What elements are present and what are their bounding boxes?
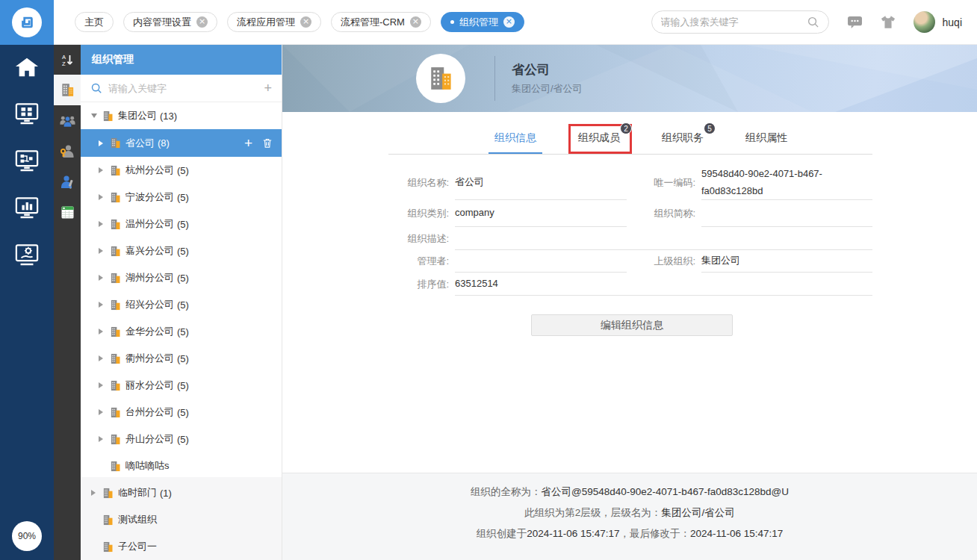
footer-value: 省公司@59548d40-90e2-4071-b467-fa0d83c128bd…: [542, 486, 789, 497]
expand-arrow[interactable]: [99, 140, 110, 146]
tree-item[interactable]: 台州分公司 (5): [81, 399, 282, 426]
add-child-icon[interactable]: +: [244, 137, 252, 150]
tree-item-count: (5): [177, 407, 189, 418]
org-banner: 省公司 集团公司/省公司: [282, 45, 977, 112]
tree-item[interactable]: 集团公司 (13): [81, 102, 282, 129]
tree-item[interactable]: 子公司一: [81, 533, 282, 560]
panel-title: 组织管理: [81, 45, 282, 75]
tree-item[interactable]: 嘀咕嘀咕s: [81, 452, 282, 479]
add-root-org-icon[interactable]: +: [264, 81, 272, 95]
tab-count-badge: 5: [704, 122, 716, 134]
delete-icon[interactable]: [262, 137, 273, 149]
close-icon[interactable]: ×: [503, 16, 515, 28]
dashboard-monitor-icon[interactable]: [14, 195, 40, 220]
sheet-icon[interactable]: [54, 197, 81, 228]
topbar-tab[interactable]: 主页: [75, 12, 114, 32]
topbar-tab[interactable]: 组织管理 ×: [441, 12, 524, 32]
app-logo[interactable]: [0, 0, 54, 45]
form-field-value: [455, 227, 872, 250]
zoom-level-badge[interactable]: 90%: [12, 521, 42, 551]
expand-arrow[interactable]: [99, 409, 110, 415]
expand-arrow[interactable]: [99, 194, 110, 200]
tree-search-input[interactable]: [108, 83, 258, 94]
username[interactable]: huqi: [943, 16, 962, 28]
form-field-label: 组织名称:: [380, 166, 455, 200]
member-group-icon[interactable]: [54, 105, 81, 136]
tree-search[interactable]: +: [81, 75, 282, 102]
avatar[interactable]: [914, 11, 935, 33]
home-icon[interactable]: [14, 55, 40, 80]
organization-building-icon[interactable]: [54, 75, 81, 105]
tree-item-count: (5): [177, 246, 189, 257]
org-detail-tabs: 组织信息 组织成员 2 组织职务 5 组织属性: [494, 125, 787, 154]
expand-arrow[interactable]: [91, 490, 102, 496]
expand-arrow[interactable]: [99, 248, 110, 254]
tree-item[interactable]: 临时部门 (1): [81, 479, 282, 506]
role-key-person-icon[interactable]: [54, 136, 81, 167]
edit-org-button[interactable]: 编辑组织信息: [531, 314, 733, 336]
apps-monitor-icon[interactable]: [14, 101, 40, 126]
building-icon: [428, 66, 453, 91]
expand-arrow[interactable]: [99, 221, 110, 227]
org-tab[interactable]: 组织成员 2: [578, 125, 620, 154]
org-tab-label: 组织成员: [578, 131, 620, 143]
org-tab[interactable]: 组织信息: [494, 125, 536, 154]
tree-item[interactable]: 嘉兴分公司 (5): [81, 237, 282, 264]
workflow-monitor-icon[interactable]: [14, 148, 40, 173]
tree-item[interactable]: 金华分公司 (5): [81, 318, 282, 345]
tree-item[interactable]: 衢州分公司 (5): [81, 345, 282, 372]
tree-item[interactable]: 宁波分公司 (5): [81, 184, 282, 211]
tree-item[interactable]: 省公司 (8) +: [81, 129, 282, 157]
expand-arrow[interactable]: [99, 436, 110, 442]
topbar-tab[interactable]: 流程管理-CRM ×: [331, 12, 431, 32]
topbar-tab[interactable]: 流程应用管理 ×: [227, 12, 321, 32]
expand-arrow[interactable]: [99, 355, 110, 361]
messages-icon[interactable]: [847, 16, 863, 29]
chevron-right-icon: [99, 436, 103, 442]
tree-item[interactable]: 湖州分公司 (5): [81, 264, 282, 291]
close-icon[interactable]: ×: [410, 16, 421, 28]
tabs-divider: [388, 154, 872, 155]
global-search-input[interactable]: [661, 16, 807, 28]
expand-arrow[interactable]: [99, 382, 110, 388]
expand-arrow[interactable]: [99, 275, 110, 281]
expand-arrow[interactable]: [99, 302, 110, 308]
chevron-right-icon: [99, 409, 103, 415]
org-tab[interactable]: 组织属性: [745, 125, 787, 154]
tree-item[interactable]: 绍兴分公司 (5): [81, 291, 282, 318]
search-icon: [807, 16, 819, 28]
chevron-right-icon: [99, 329, 103, 335]
close-icon[interactable]: ×: [196, 16, 208, 28]
form-field-label: 唯一编码:: [627, 166, 701, 200]
service-monitor-icon[interactable]: [14, 242, 40, 267]
secondary-icon-rail: A Z: [54, 45, 81, 560]
expand-arrow[interactable]: [99, 167, 110, 173]
tree-item-label: 金华分公司: [125, 325, 174, 338]
form-field-value: 省公司: [455, 166, 627, 200]
tree-item[interactable]: 舟山分公司 (5): [81, 426, 282, 452]
sort-az-icon[interactable]: A Z: [54, 45, 81, 75]
editor-person-icon[interactable]: [54, 167, 81, 197]
topbar-tab[interactable]: 内容管理设置 ×: [123, 12, 217, 32]
expand-arrow[interactable]: [91, 113, 102, 118]
chevron-right-icon: [99, 248, 103, 254]
expand-arrow[interactable]: [99, 329, 110, 335]
close-icon[interactable]: ×: [300, 16, 311, 28]
org-tab[interactable]: 组织职务 5: [662, 125, 704, 154]
global-search[interactable]: [651, 10, 829, 34]
tree-item[interactable]: 测试组织: [81, 506, 282, 533]
form-field-label: 排序值:: [380, 273, 455, 296]
org-title: 省公司: [512, 61, 550, 78]
logo-circle: [12, 7, 42, 37]
tree-item[interactable]: 杭州分公司 (5): [81, 157, 282, 184]
chevron-right-icon: [91, 490, 96, 496]
tab-count-badge: 2: [620, 122, 632, 134]
form-field-label: 组织简称:: [627, 200, 701, 227]
tree-item[interactable]: 温州分公司 (5): [81, 211, 282, 237]
tree-item[interactable]: 丽水分公司 (5): [81, 372, 282, 399]
building-icon: [102, 514, 118, 526]
org-tab-label: 组织职务: [662, 131, 704, 143]
theme-icon[interactable]: [881, 15, 896, 29]
tree-item-count: (5): [177, 273, 189, 284]
tree-item-label: 舟山分公司: [125, 432, 174, 446]
